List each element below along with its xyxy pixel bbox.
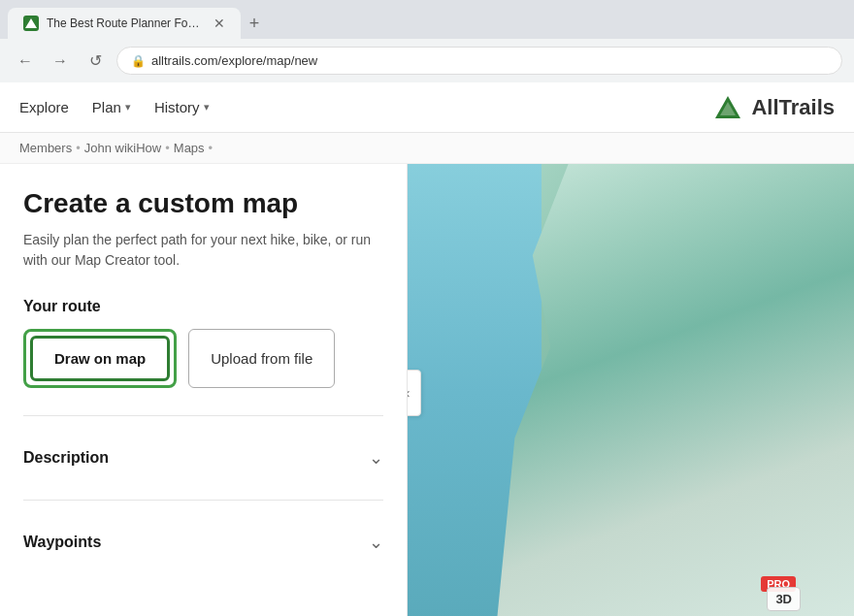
url-text: alltrails.com/explore/map/new xyxy=(151,53,317,68)
address-bar: ← → ↺ 🔒 alltrails.com/explore/map/new xyxy=(0,39,854,82)
map-panel[interactable]: ‹ PRO 3D xyxy=(408,164,854,616)
breadcrumb-sep-1: • xyxy=(76,141,81,155)
breadcrumb-user[interactable]: John wikiHow xyxy=(84,141,161,155)
browser-chrome: The Best Route Planner For Your... ✕ + ←… xyxy=(0,0,854,82)
nav-plan[interactable]: Plan ▾ xyxy=(92,99,131,115)
description-chevron-icon: ⌄ xyxy=(369,447,383,469)
divider-1 xyxy=(23,415,383,416)
waypoints-section[interactable]: Waypoints ⌄ xyxy=(23,518,383,567)
browser-tab[interactable]: The Best Route Planner For Your... ✕ xyxy=(8,8,241,39)
forward-button[interactable]: → xyxy=(47,48,74,75)
divider-2 xyxy=(23,500,383,501)
waypoints-label: Waypoints xyxy=(23,534,101,551)
page-subtitle: Easily plan the perfect path for your ne… xyxy=(23,230,383,271)
site-nav: Explore Plan ▾ History ▾ AllTrails xyxy=(0,82,854,133)
new-tab-button[interactable]: + xyxy=(241,10,268,37)
history-chevron-icon: ▾ xyxy=(204,101,210,113)
url-bar[interactable]: 🔒 alltrails.com/explore/map/new xyxy=(116,47,842,75)
breadcrumb-sep-3: • xyxy=(209,141,214,155)
tab-bar: The Best Route Planner For Your... ✕ + xyxy=(0,0,854,39)
page-title: Create a custom map xyxy=(23,187,383,220)
map-background: ‹ PRO 3D xyxy=(408,164,854,616)
upload-from-file-button[interactable]: Upload from file xyxy=(188,329,335,388)
your-route-label: Your route xyxy=(23,298,383,315)
alltrails-logo-icon xyxy=(712,92,743,123)
logo-text: AllTrails xyxy=(751,95,835,120)
description-label: Description xyxy=(23,449,109,467)
breadcrumb-maps[interactable]: Maps xyxy=(174,141,205,155)
route-buttons: Draw on map Upload from file xyxy=(23,329,383,388)
left-panel: Create a custom map Easily plan the perf… xyxy=(0,164,408,616)
draw-on-map-button[interactable]: Draw on map xyxy=(30,336,170,381)
tab-favicon xyxy=(23,16,39,31)
lock-icon: 🔒 xyxy=(131,54,146,68)
nav-left: Explore Plan ▾ History ▾ xyxy=(19,99,210,115)
breadcrumb: Members • John wikiHow • Maps • xyxy=(0,133,854,164)
nav-explore[interactable]: Explore xyxy=(19,99,69,115)
description-section[interactable]: Description ⌄ xyxy=(23,434,383,482)
plan-chevron-icon: ▾ xyxy=(125,101,131,113)
tab-close-button[interactable]: ✕ xyxy=(214,16,225,31)
back-button[interactable]: ← xyxy=(12,48,39,75)
refresh-button[interactable]: ↺ xyxy=(82,48,109,75)
main-layout: Create a custom map Easily plan the perf… xyxy=(0,164,854,616)
breadcrumb-members[interactable]: Members xyxy=(19,141,72,155)
nav-history[interactable]: History ▾ xyxy=(154,99,210,115)
draw-on-map-highlight: Draw on map xyxy=(23,329,177,388)
collapse-sidebar-button[interactable]: ‹ xyxy=(408,370,421,416)
map-3d-button[interactable]: 3D xyxy=(767,587,801,611)
map-coastline xyxy=(497,164,854,616)
collapse-arrow-icon: ‹ xyxy=(408,385,410,401)
tab-title: The Best Route Planner For Your... xyxy=(47,16,202,30)
breadcrumb-sep-2: • xyxy=(165,141,170,155)
waypoints-chevron-icon: ⌄ xyxy=(369,532,383,553)
alltrails-logo[interactable]: AllTrails xyxy=(712,92,835,123)
